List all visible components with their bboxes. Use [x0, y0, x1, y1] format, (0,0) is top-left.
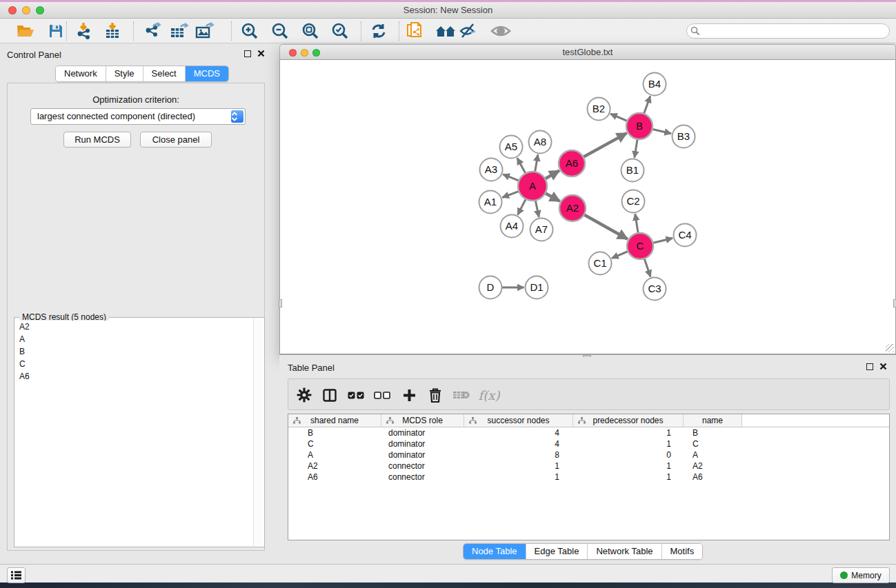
column-header-shared-name[interactable]: shared name — [288, 414, 381, 427]
show-panels-list-button[interactable] — [7, 567, 26, 583]
table-cell[interactable]: A2 — [684, 460, 742, 472]
table-cell[interactable]: dominator — [381, 438, 464, 449]
table-row[interactable]: Adominator80A — [288, 449, 889, 460]
import-table-icon[interactable] — [102, 21, 123, 41]
show-graphics-details-icon[interactable] — [490, 21, 511, 41]
table-cell[interactable]: 0 — [573, 449, 684, 460]
node-label-D: D — [487, 281, 495, 293]
mcds-result-item[interactable]: A — [15, 333, 254, 345]
run-mcds-button[interactable]: Run MCDS — [63, 132, 131, 148]
table-cell[interactable]: dominator — [381, 427, 464, 438]
tab-mcds[interactable]: MCDS — [185, 66, 228, 81]
resize-corner-handle[interactable] — [886, 344, 894, 352]
table-cell[interactable]: connector — [381, 472, 464, 483]
table-cell[interactable]: A — [684, 449, 742, 460]
table-cell[interactable]: 4 — [464, 427, 573, 438]
table-row[interactable]: Cdominator41C — [288, 438, 889, 449]
node-label-C3: C3 — [648, 283, 661, 294]
memory-button[interactable]: Memory — [832, 567, 890, 583]
table-cell[interactable]: A6 — [288, 472, 381, 483]
mcds-result-item[interactable]: A6 — [15, 370, 254, 383]
left-edge-grip[interactable] — [279, 299, 282, 307]
network-graph[interactable]: AA6A2BCA5A8A3A1A4A7B4B2B3B1C2C4C1C3DD1 — [280, 60, 895, 353]
tab-edge-table[interactable]: Edge Table — [526, 544, 588, 559]
delete-column-trash-icon[interactable] — [425, 385, 446, 405]
export-table-icon[interactable] — [169, 21, 190, 41]
zoom-out-icon[interactable] — [270, 21, 290, 41]
column-header-name[interactable]: name — [684, 414, 742, 427]
table-cell[interactable]: 1 — [464, 460, 573, 472]
minimize-network-button[interactable] — [301, 49, 308, 57]
export-image-icon[interactable] — [195, 21, 215, 41]
tab-select[interactable]: Select — [143, 66, 185, 81]
tab-node-table[interactable]: Node Table — [464, 544, 526, 559]
mcds-result-item[interactable]: A2 — [15, 321, 254, 333]
select-stepper-icon[interactable] — [231, 110, 243, 123]
network-canvas[interactable]: AA6A2BCA5A8A3A1A4A7B4B2B3B1C2C4C1C3DD1 — [279, 60, 896, 354]
table-row[interactable]: A2connector11A2 — [288, 460, 889, 472]
open-session-icon[interactable] — [15, 21, 36, 41]
close-network-button[interactable] — [289, 49, 297, 57]
node-label-A5: A5 — [505, 141, 517, 152]
network-window-titlebar[interactable]: testGlobe.txt — [279, 44, 896, 60]
table-cell[interactable]: A6 — [684, 472, 742, 483]
zoom-selected-icon[interactable] — [330, 21, 350, 41]
table-panel-title: Table Panel — [288, 363, 335, 373]
zoom-fit-icon[interactable] — [300, 21, 321, 41]
export-network-icon[interactable] — [142, 21, 163, 41]
new-network-from-selection-icon[interactable] — [404, 21, 425, 41]
table-cell[interactable]: 1 — [573, 438, 684, 449]
create-column-plus-icon[interactable] — [399, 385, 419, 405]
save-session-icon[interactable] — [46, 21, 66, 41]
tab-motifs[interactable]: Motifs — [661, 544, 703, 559]
table-panel: Table Panel f(x) shared nameMCDS rolesuc… — [279, 357, 896, 564]
table-cell[interactable]: B — [288, 427, 381, 438]
table-cell[interactable]: A2 — [288, 460, 381, 472]
close-panel-button[interactable]: Close panel — [140, 132, 212, 148]
table-cell[interactable]: 1 — [573, 472, 684, 483]
table-cell[interactable]: 1 — [464, 472, 573, 483]
close-panel-icon[interactable] — [257, 50, 265, 57]
tab-network-table[interactable]: Network Table — [587, 544, 661, 559]
table-cell[interactable]: C — [684, 438, 742, 449]
mcds-result-item[interactable]: B — [15, 345, 254, 358]
column-header-successor-nodes[interactable]: successor nodes — [464, 414, 573, 427]
column-header-predecessor-nodes[interactable]: predecessor nodes — [573, 414, 684, 427]
table-row[interactable]: A6connector11A6 — [288, 472, 889, 483]
table-cell[interactable]: B — [684, 427, 742, 438]
zoom-window-button[interactable] — [36, 6, 44, 14]
table-cell[interactable]: 1 — [573, 427, 684, 438]
table-cell[interactable]: dominator — [381, 449, 464, 460]
table-settings-gear-icon[interactable] — [294, 385, 315, 405]
zoom-in-icon[interactable] — [239, 21, 260, 41]
optimization-criterion-label: Optimization criterion: — [1, 94, 270, 105]
tab-network[interactable]: Network — [56, 66, 106, 81]
float-table-panel-icon[interactable] — [866, 363, 873, 370]
search-input[interactable] — [686, 23, 890, 39]
mcds-result-scrollbar[interactable] — [253, 318, 263, 546]
table-cell[interactable]: 8 — [464, 449, 573, 460]
refresh-icon[interactable] — [368, 21, 389, 41]
table-cell[interactable]: 1 — [573, 460, 684, 472]
minimize-window-button[interactable] — [22, 6, 30, 14]
import-network-icon[interactable] — [74, 21, 94, 41]
close-table-panel-icon[interactable] — [879, 363, 887, 370]
table-cell[interactable]: A — [288, 449, 381, 460]
right-edge-grip[interactable] — [893, 299, 896, 307]
table-cell[interactable]: 4 — [464, 438, 573, 449]
table-cell[interactable]: connector — [381, 460, 464, 472]
deselect-all-checkboxes-icon[interactable] — [372, 385, 392, 405]
zoom-network-button[interactable] — [312, 49, 320, 57]
tab-style[interactable]: Style — [106, 66, 143, 81]
first-neighbors-icon[interactable] — [435, 21, 456, 41]
column-header-MCDS-role[interactable]: MCDS role — [381, 414, 464, 427]
table-row[interactable]: Bdominator41B — [288, 427, 889, 438]
float-panel-icon[interactable] — [244, 50, 251, 57]
table-cell[interactable]: C — [288, 438, 381, 449]
hide-selected-icon[interactable] — [458, 21, 479, 41]
optimization-criterion-select[interactable]: largest connected component (directed) — [30, 108, 246, 125]
mcds-result-item[interactable]: C — [15, 358, 254, 370]
select-all-checkboxes-icon[interactable] — [346, 385, 366, 405]
show-columns-icon[interactable] — [319, 385, 340, 405]
close-window-button[interactable] — [8, 6, 17, 14]
